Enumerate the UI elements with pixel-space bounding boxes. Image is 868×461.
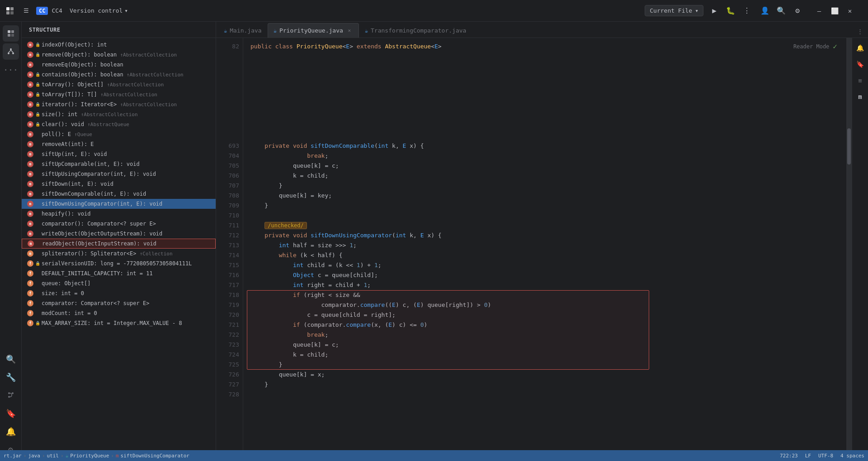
tab-priorityqueue[interactable]: ☕ PriorityQueue.java ✕	[268, 23, 359, 38]
sidebar-item-removeat[interactable]: m removeAt(int): E	[22, 139, 216, 149]
code-line-727: }	[250, 380, 839, 390]
sidebar-item-clear[interactable]: m 🔒 clear(): void ↑AbstractQueue	[22, 119, 216, 129]
sidebar-item-siftdowncomp[interactable]: m siftDownComparable(int, E): void	[22, 189, 216, 199]
code-content[interactable]: Reader Mode ✓ public class PriorityQueue…	[243, 38, 846, 461]
item-text: remove(Object): boolean ↑AbstractCollect…	[42, 52, 177, 58]
tab-transforming[interactable]: ☕ TransformingComparator.java	[359, 23, 472, 38]
version-control-button[interactable]: Version control ▾	[66, 5, 132, 16]
sidebar-item-iterator[interactable]: m 🔒 iterator(): Iterator<E> ↑AbstractCol…	[22, 99, 216, 109]
sidebar-item-heapify[interactable]: m heapify(): void	[22, 209, 216, 219]
tab-label: PriorityQueue.java	[279, 27, 343, 34]
item-text: comparator(): Comparator<? super E>	[42, 221, 156, 227]
sidebar-item-indexof[interactable]: m 🔒 indexOf(Object): int	[22, 40, 216, 50]
scrollbar-thumb[interactable]	[847, 128, 851, 165]
sidebar-item-svuid[interactable]: f 🔒 serialVersionUID: long = -7720805057…	[22, 259, 216, 268]
right-icon-settings-panel[interactable]: ≡	[854, 74, 867, 87]
method-icon: m	[27, 111, 33, 118]
more-actions-button[interactable]: ⋮	[740, 4, 754, 18]
activity-icon-tools[interactable]: 🔧	[3, 369, 19, 385]
debug-button[interactable]: 🐛	[723, 4, 738, 18]
settings-button[interactable]: ⚙	[790, 4, 805, 18]
run-button[interactable]: ▶	[707, 4, 722, 18]
sidebar-item-readobj[interactable]: m readObject(ObjectInputStream): void	[22, 239, 216, 249]
code-line-82: public class PriorityQueue<E> extends Ab…	[250, 42, 839, 52]
sidebar-item-siftdownusing[interactable]: m siftDownUsingComparator(int, E): void	[22, 199, 216, 209]
sidebar-item-toarray2[interactable]: m 🔒 toArray(T[]): T[] ↑AbstractCollectio…	[22, 89, 216, 99]
field-icon: f	[27, 260, 33, 267]
sidebar-item-siftupcomp[interactable]: m siftUpComparable(int, E): void	[22, 159, 216, 169]
breadcrumb-item-jar: rt.jar	[4, 453, 22, 459]
sidebar-item-size-field[interactable]: f size: int = 0	[22, 288, 216, 298]
app-logo	[4, 5, 16, 17]
method-icon: m	[27, 42, 33, 48]
sidebar-item-siftup[interactable]: m siftUp(int, E): void	[22, 149, 216, 159]
sidebar-item-queue[interactable]: f queue: Object[]	[22, 278, 216, 288]
sidebar-item-comparator[interactable]: m comparator(): Comparator<? super E>	[22, 219, 216, 229]
item-text: size(): int ↑AbstractCollection	[42, 111, 138, 118]
sidebar-item-size[interactable]: m 🔒 size(): int ↑AbstractCollection	[22, 109, 216, 119]
item-text: siftDownComparable(int, E): void	[42, 191, 146, 197]
activity-icon-notifications[interactable]: 🔔	[3, 423, 19, 439]
code-line-709: }	[250, 201, 839, 211]
lock-icon: 🔒	[35, 112, 40, 117]
current-file-button[interactable]: Current File ▾	[645, 5, 703, 16]
activity-icon-bookmarks[interactable]: 🔖	[3, 405, 19, 421]
tab-main[interactable]: ☕ Main.java	[218, 23, 268, 38]
activity-icon-search[interactable]: 🔍	[3, 351, 19, 367]
maximize-button[interactable]: ⬜	[827, 4, 842, 18]
item-text: siftUp(int, E): void	[42, 151, 107, 157]
sidebar-item-toarray1[interactable]: m 🔒 toArray(): Object[] ↑AbstractCollect…	[22, 80, 216, 89]
right-icon-m[interactable]: m	[854, 90, 867, 103]
code-line-720: c = queue[child = right];	[250, 310, 839, 320]
project-badge: CC	[36, 7, 48, 15]
activity-icon-more[interactable]: ···	[3, 61, 19, 78]
minimize-button[interactable]: —	[812, 4, 826, 18]
sidebar-content[interactable]: m 🔒 indexOf(Object): int m 🔒 remove(Obje…	[22, 38, 216, 461]
item-text: siftDownUsingComparator(int, E): void	[42, 201, 162, 207]
window-controls: — ⬜ ✕	[812, 4, 857, 18]
item-text: iterator(): Iterator<E> ↑AbstractCollect…	[42, 101, 177, 108]
svg-point-10	[12, 52, 14, 54]
sidebar-item-remove[interactable]: m 🔒 remove(Object): boolean ↑AbstractCol…	[22, 50, 216, 60]
sidebar-item-siftdown[interactable]: m siftDown(int, E): void	[22, 179, 216, 189]
activity-icon-git[interactable]	[3, 387, 19, 403]
activity-icon-structure[interactable]	[3, 43, 19, 60]
sidebar-item-removeeq[interactable]: m removeEq(Object): boolean	[22, 60, 216, 70]
item-text: poll(): E ↑Queue	[42, 131, 92, 137]
item-text: modCount: int = 0	[42, 310, 97, 316]
item-text: size: int = 0	[42, 290, 84, 296]
hamburger-button[interactable]: ☰	[20, 5, 33, 17]
sidebar-item-comparator-field[interactable]: f comparator: Comparator<? super E>	[22, 298, 216, 308]
sidebar-item-contains[interactable]: m 🔒 contains(Object): boolean ↑AbstractC…	[22, 70, 216, 80]
status-bar: rt.jar › java › util › ☕ PriorityQueue ›…	[0, 450, 868, 461]
scrollbar[interactable]	[846, 38, 852, 461]
sidebar-item-spliterator[interactable]: m spliterator(): Spliterator<E> ↑Collect…	[22, 249, 216, 259]
sidebar-item-poll[interactable]: m poll(): E ↑Queue	[22, 129, 216, 139]
sidebar-item-defaultcap[interactable]: f DEFAULT_INITIAL_CAPACITY: int = 11	[22, 268, 216, 278]
field-icon: f	[27, 320, 33, 326]
search-button[interactable]: 🔍	[774, 4, 788, 18]
breadcrumb-item-java: java	[28, 453, 40, 459]
indent: 4 spaces	[840, 453, 864, 459]
right-icon-notifications[interactable]: 🔔	[854, 42, 867, 54]
item-text: queue: Object[]	[42, 280, 90, 287]
sidebar-item-modcount[interactable]: f modCount: int = 0	[22, 308, 216, 318]
sidebar-item-maxarraysize[interactable]: f 🔒 MAX_ARRAY_SIZE: int = Integer.MAX_VA…	[22, 318, 216, 328]
current-file-chevron-icon: ▾	[695, 7, 698, 14]
sidebar-item-siftupusing[interactable]: m siftUpUsingComparator(int, E): void	[22, 169, 216, 179]
activity-icon-project[interactable]	[3, 25, 19, 42]
titlebar-center: Current File ▾ ▶ 🐛 ⋮ 👤 🔍 ⚙ — ⬜ ✕	[132, 4, 857, 18]
item-text: contains(Object): boolean ↑AbstractColle…	[42, 71, 184, 78]
method-icon: m	[28, 240, 34, 247]
breadcrumb-sep: ›	[61, 453, 64, 459]
tabs-more-button[interactable]: ⋮	[854, 25, 866, 38]
titlebar-left: ☰ CC CC4 Version control ▾	[4, 5, 132, 17]
tab-close-button[interactable]: ✕	[346, 27, 353, 34]
status-bar-right: 722:23 LF UTF-8 4 spaces	[780, 453, 864, 459]
close-button[interactable]: ✕	[843, 4, 857, 18]
sidebar-item-writeobj[interactable]: m writeObject(ObjectOutputStream): void	[22, 229, 216, 239]
code-line-728	[250, 390, 839, 400]
right-icon-bookmarks[interactable]: 🔖	[854, 58, 867, 71]
profile-button[interactable]: 👤	[758, 4, 772, 18]
item-text: MAX_ARRAY_SIZE: int = Integer.MAX_VALUE …	[42, 320, 182, 326]
